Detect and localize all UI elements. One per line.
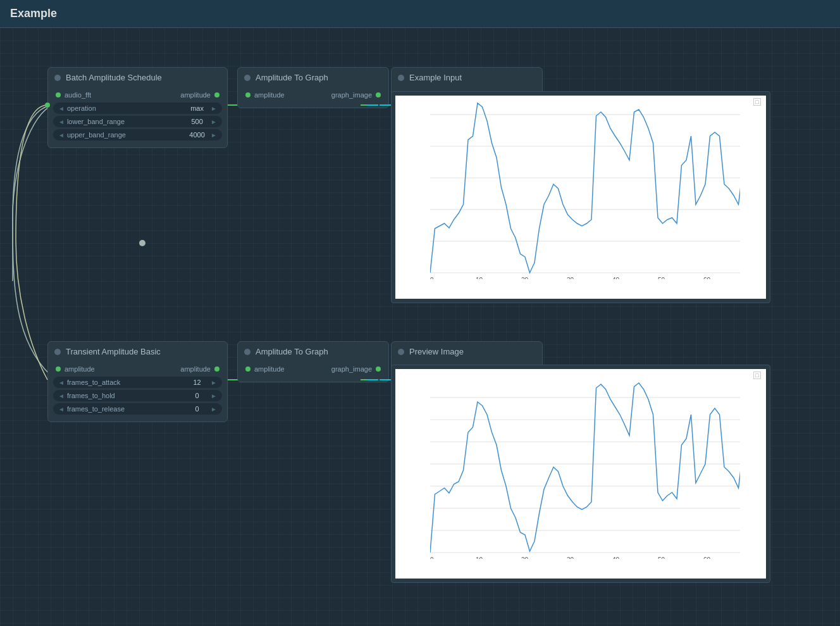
lower-band-value: 500 — [186, 118, 208, 125]
transient-amplitude-node: Transient Amplitude Basic amplitude ampl… — [47, 341, 228, 422]
frames-release-arrow-left[interactable]: ◄ — [58, 406, 65, 413]
svg-text:10: 10 — [476, 277, 483, 279]
amp-graph-1-port-left: amplitude — [245, 91, 285, 99]
amp-graph-1-body: amplitude graph_image — [238, 87, 388, 108]
frames-release-param[interactable]: ◄ frames_to_release 0 ► — [53, 403, 222, 415]
svg-text:50: 50 — [658, 556, 665, 559]
amp-graph-2-in-dot — [245, 366, 250, 372]
svg-text:10: 10 — [476, 556, 483, 559]
graph-2-chart: □ 0 250 500 750 1000 1250 1500 1750 Ampl… — [395, 369, 766, 579]
upper-band-arrow-right[interactable]: ► — [211, 132, 217, 139]
amplitude-to-graph-2-header: Amplitude To Graph — [238, 342, 388, 361]
amp-graph-1-port-right: graph_image — [331, 91, 381, 99]
preview-image-label: Preview Image — [409, 347, 464, 356]
amp-graph-2-port-left: amplitude — [245, 365, 285, 373]
preview-image-header: Preview Image — [392, 342, 542, 361]
transient-out-label: amplitude — [180, 365, 211, 373]
frames-attack-left[interactable]: ◄ frames_to_attack — [58, 379, 120, 386]
amp-graph-2-out-label: graph_image — [331, 365, 372, 373]
graph-2-container: □ 0 250 500 750 1000 1250 1500 1750 Ampl… — [391, 365, 770, 583]
batch-amplitude-label: Batch Amplitude Schedule — [66, 73, 162, 82]
port-right-amplitude: amplitude — [180, 91, 219, 99]
preview-image-status-dot — [398, 349, 404, 355]
amplitude-out-dot — [214, 92, 219, 97]
frames-release-arrow-right[interactable]: ► — [211, 406, 217, 413]
transient-port-right: amplitude — [180, 365, 219, 373]
frames-attack-value: 12 — [186, 379, 208, 386]
lower-band-arrow-left[interactable]: ◄ — [58, 118, 65, 125]
svg-text:0: 0 — [430, 556, 434, 559]
frames-hold-value: 0 — [186, 392, 208, 399]
graph-2-expand-icon[interactable]: □ — [753, 372, 761, 379]
amplitude-out-label: amplitude — [180, 91, 211, 99]
frames-release-left[interactable]: ◄ frames_to_release — [58, 405, 125, 413]
graph-1-container: □ 0 500 1000 1500 2000 Amplitude 0 10 — [391, 91, 770, 303]
operation-value: max — [186, 104, 208, 112]
amp-graph-1-in-label: amplitude — [254, 91, 285, 99]
amp-graph-1-port-row: amplitude graph_image — [243, 90, 383, 100]
operation-left-arrow[interactable]: ◄ operation — [58, 104, 96, 112]
graph-1-svg: 0 500 1000 1500 2000 Amplitude 0 10 20 3… — [430, 102, 740, 279]
frames-hold-label: frames_to_hold — [67, 392, 115, 399]
amp-graph-1-status-dot — [244, 75, 250, 81]
svg-text:30: 30 — [567, 277, 574, 279]
operation-arrow-right[interactable]: ► — [211, 105, 217, 112]
operation-value-area: max ► — [186, 104, 217, 112]
title-bar: Example — [0, 0, 840, 28]
amp-graph-1-in-dot — [245, 92, 250, 97]
upper-band-param[interactable]: ◄ upper_band_range 4000 ► — [53, 129, 222, 141]
frames-release-right: 0 ► — [186, 405, 217, 413]
transient-port-row: amplitude amplitude — [53, 364, 222, 374]
example-input-status-dot — [398, 75, 404, 81]
amp-graph-1-out-label: graph_image — [331, 91, 372, 99]
svg-text:60: 60 — [703, 556, 711, 559]
app-title: Example — [10, 7, 57, 20]
batch-amplitude-status-dot — [54, 75, 61, 81]
frames-attack-label: frames_to_attack — [67, 379, 120, 386]
amp-graph-2-port-right: graph_image — [331, 365, 381, 373]
svg-text:50: 50 — [658, 277, 665, 279]
frames-release-value: 0 — [186, 405, 208, 413]
frames-attack-arrow-left[interactable]: ◄ — [58, 379, 65, 386]
frames-release-label: frames_to_release — [67, 405, 125, 413]
amplitude-to-graph-1-header: Amplitude To Graph — [238, 68, 388, 87]
batch-amplitude-port-row: audio_fft amplitude — [53, 90, 222, 100]
audio-fft-port-dot — [56, 92, 61, 97]
frames-hold-arrow-right[interactable]: ► — [211, 392, 217, 399]
frames-attack-param[interactable]: ◄ frames_to_attack 12 ► — [53, 377, 222, 388]
amplitude-to-graph-2-node: Amplitude To Graph amplitude graph_image — [237, 341, 389, 382]
operation-label: operation — [67, 104, 96, 112]
upper-band-arrow-left[interactable]: ◄ — [58, 132, 65, 139]
lower-band-param[interactable]: ◄ lower_band_range 500 ► — [53, 116, 222, 127]
transient-port-left: amplitude — [56, 365, 95, 373]
graph-1-expand-icon[interactable]: □ — [753, 98, 761, 106]
amp-graph-2-port-row: amplitude graph_image — [243, 364, 383, 374]
amp-graph-1-label: Amplitude To Graph — [256, 73, 328, 82]
svg-text:60: 60 — [703, 277, 711, 279]
frames-hold-arrow-left[interactable]: ◄ — [58, 392, 65, 399]
transient-in-dot — [56, 366, 61, 372]
transient-amplitude-label: Transient Amplitude Basic — [66, 347, 161, 356]
batch-amplitude-body: audio_fft amplitude ◄ operation max ► — [48, 87, 227, 147]
frames-attack-arrow-right[interactable]: ► — [211, 379, 217, 386]
operation-param[interactable]: ◄ operation max ► — [53, 103, 222, 114]
svg-text:20: 20 — [521, 277, 529, 279]
svg-text:20: 20 — [521, 556, 529, 559]
operation-arrow-left[interactable]: ◄ — [58, 105, 65, 112]
transient-out-dot — [214, 366, 219, 372]
upper-band-left-arrow[interactable]: ◄ upper_band_range — [58, 131, 126, 139]
audio-fft-label: audio_fft — [65, 91, 91, 99]
frames-hold-left[interactable]: ◄ frames_to_hold — [58, 392, 115, 399]
svg-text:40: 40 — [612, 277, 620, 279]
frames-hold-param[interactable]: ◄ frames_to_hold 0 ► — [53, 390, 222, 401]
lower-band-value-area: 500 ► — [186, 118, 217, 125]
amp-graph-2-body: amplitude graph_image — [238, 361, 388, 382]
frames-hold-right: 0 ► — [186, 392, 217, 399]
lower-band-left-arrow[interactable]: ◄ lower_band_range — [58, 118, 125, 125]
batch-amplitude-header: Batch Amplitude Schedule — [48, 68, 227, 87]
lower-band-arrow-right[interactable]: ► — [211, 118, 217, 125]
amp-graph-1-out-dot — [376, 92, 381, 97]
frames-attack-right: 12 ► — [186, 379, 217, 386]
example-input-label: Example Input — [409, 73, 462, 82]
amp-graph-2-status-dot — [244, 349, 250, 355]
